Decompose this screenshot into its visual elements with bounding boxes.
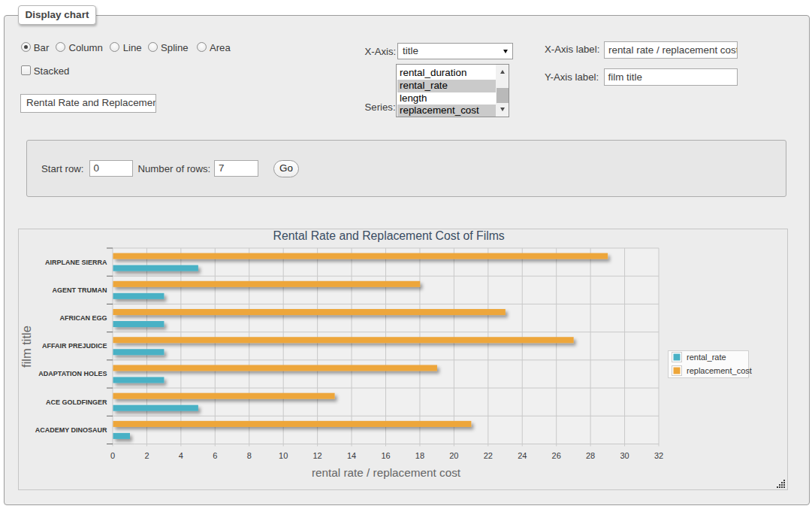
svg-text:22: 22 <box>483 451 492 460</box>
svg-text:ADAPTATION HOLES: ADAPTATION HOLES <box>38 370 107 377</box>
svg-text:ACADEMY DINOSAUR: ACADEMY DINOSAUR <box>35 426 107 434</box>
svg-text:32: 32 <box>654 451 663 460</box>
svg-text:18: 18 <box>415 451 424 460</box>
svg-text:10: 10 <box>279 451 288 460</box>
svg-text:AFRICAN EGG: AFRICAN EGG <box>59 314 107 322</box>
svg-text:rental_rate: rental_rate <box>687 353 726 362</box>
svg-text:12: 12 <box>312 451 321 460</box>
svg-text:film title: film title <box>19 326 32 368</box>
svg-text:28: 28 <box>586 451 595 460</box>
svg-text:2: 2 <box>144 451 149 460</box>
svg-text:0: 0 <box>110 451 114 460</box>
svg-text:rental rate / replacement cost: rental rate / replacement cost <box>311 466 460 479</box>
svg-text:20: 20 <box>449 451 458 460</box>
svg-text:14: 14 <box>346 451 355 460</box>
svg-text:30: 30 <box>620 451 629 460</box>
svg-text:AIRPLANE SIERRA: AIRPLANE SIERRA <box>44 259 107 266</box>
svg-text:16: 16 <box>381 451 390 460</box>
svg-text:26: 26 <box>551 451 560 460</box>
svg-text:24: 24 <box>518 451 527 460</box>
svg-text:ACE GOLDFINGER: ACE GOLDFINGER <box>45 398 107 406</box>
svg-text:Rental Rate and Replacement Co: Rental Rate and Replacement Cost of Film… <box>273 229 504 242</box>
svg-text:AFFAIR PREJUDICE: AFFAIR PREJUDICE <box>41 342 107 350</box>
svg-text:4: 4 <box>178 451 183 460</box>
svg-text:AGENT TRUMAN: AGENT TRUMAN <box>52 286 107 294</box>
svg-text:replacement_cost: replacement_cost <box>687 366 752 375</box>
svg-text:8: 8 <box>246 451 251 460</box>
svg-text:6: 6 <box>213 451 217 460</box>
